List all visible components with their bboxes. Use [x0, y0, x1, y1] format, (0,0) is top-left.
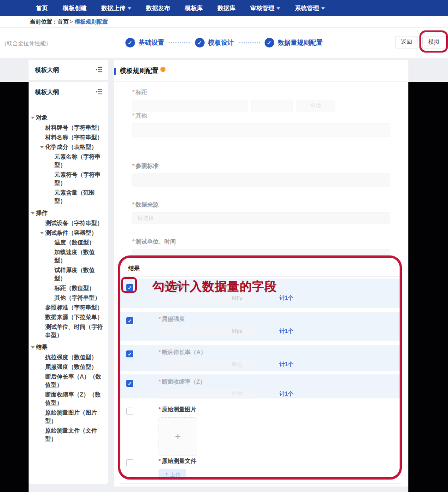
numeric-input[interactable]: MPa — [159, 293, 255, 303]
tree-node[interactable]: 参照标准（字符串型） — [29, 303, 106, 312]
required-asterisk: * — [132, 238, 135, 245]
tree-node[interactable]: 数据来源（下拉菜单） — [29, 313, 106, 321]
collapse-outline-icon[interactable] — [95, 89, 103, 95]
field-input-row: 请选择 — [132, 212, 390, 224]
tree-node[interactable]: 测试条件（容器型） — [29, 229, 106, 237]
tree-node[interactable]: 化学成分（表格型） — [29, 143, 106, 151]
tree-node[interactable]: 对象 — [29, 113, 106, 122]
breadcrumb-home[interactable]: 首页 — [58, 18, 69, 26]
tree-node[interactable]: 元素含量（范围型） — [29, 189, 106, 205]
tree-node[interactable]: 断后伸长率（A）（数值型） — [29, 373, 106, 389]
tree-node-label: 参照标准（字符串型） — [45, 304, 103, 311]
required-asterisk: * — [159, 316, 161, 322]
numeric-input[interactable]: Mpa — [159, 326, 255, 336]
form-field-其他: *其他 — [132, 112, 390, 137]
row-checkbox[interactable] — [126, 408, 133, 415]
nav-item-系统管理[interactable]: 系统管理 — [288, 0, 332, 16]
tree-node-label: 原始测量图片（图片型） — [45, 409, 97, 424]
tree-node[interactable]: 操作 — [29, 209, 106, 217]
breadcrumb: 当前位置： 首页 > 模板规则配置 — [0, 16, 448, 28]
tree-node[interactable]: 屈服强度（数值型） — [29, 363, 106, 371]
text-input[interactable] — [132, 123, 390, 137]
count-link[interactable]: 计1个 — [279, 327, 294, 335]
result-rows: ✓*抗拉强度MPa计1个✓*屈服强度Mpa计1个✓*断后伸长率（A）单位计1个✓… — [120, 279, 401, 477]
outline-panel-title: 模板大纲 — [35, 88, 59, 96]
step-check-icon: ✓ — [265, 38, 274, 47]
breadcrumb-current[interactable]: 模板规则配置 — [75, 18, 108, 26]
tree-node[interactable]: 材料牌号（字符串型） — [29, 124, 106, 132]
stepper: ✓基础设置✓模板设计✓数据量规则配置 — [0, 28, 448, 58]
numeric-input[interactable]: 单位 — [159, 389, 255, 399]
text-input[interactable] — [132, 173, 390, 187]
tree-node[interactable]: 标距（数值型） — [29, 284, 106, 292]
tree-node[interactable]: 加载速度（数值型） — [29, 248, 106, 265]
row-checkbox[interactable] — [126, 459, 133, 466]
right-black-margin — [408, 82, 448, 492]
tree-node-label: 化学成分（表格型） — [45, 144, 97, 150]
caret-down-icon[interactable] — [31, 346, 35, 349]
tree-node-label: 操作 — [36, 210, 47, 216]
row-checkbox[interactable]: ✓ — [126, 380, 133, 387]
tree-node[interactable]: 抗拉强度（数值型） — [29, 353, 106, 362]
row-label-text: 抗拉强度 — [162, 283, 185, 289]
required-asterisk: * — [159, 458, 161, 464]
field-input-row — [132, 173, 390, 187]
nav-item-数据库[interactable]: 数据库 — [210, 0, 243, 16]
image-upload-box plus-icon[interactable]: + — [159, 417, 197, 456]
count-link[interactable]: 计1个 — [279, 390, 294, 398]
row-label: *原始测量图片 — [159, 406, 401, 414]
tree-node[interactable]: 结果 — [29, 343, 106, 351]
tree-node[interactable]: 温度（数值型） — [29, 238, 106, 247]
result-section: 结果 ✓*抗拉强度MPa计1个✓*屈服强度Mpa计1个✓*断后伸长率（A）单位计… — [120, 258, 401, 475]
tree-node[interactable]: 断面收缩率（Z）（数值型） — [29, 391, 106, 407]
simulate-button[interactable]: 模拟 — [422, 36, 445, 48]
chevron-down-icon — [277, 7, 280, 10]
tree-node[interactable]: 元素名称（字符串型） — [29, 153, 106, 169]
range-input[interactable] — [132, 100, 248, 112]
row-checkbox[interactable]: ✓ — [126, 317, 133, 324]
result-row: ✓*断后伸长率（A）单位计1个 — [120, 345, 401, 371]
tree-node-label: 其他（字符串型） — [54, 295, 100, 301]
step-label: 基础设置 — [139, 39, 165, 47]
nav-item-模板创建[interactable]: 模板创建 — [55, 0, 94, 16]
step-connector — [169, 42, 190, 43]
caret-down-icon[interactable] — [31, 212, 35, 214]
count-link[interactable]: 计1个 — [279, 361, 294, 368]
tree-node[interactable]: 其他（字符串型） — [29, 294, 106, 302]
tree-node[interactable]: 原始测量图片（图片型） — [29, 409, 106, 425]
nav-item-审核管理[interactable]: 审核管理 — [243, 0, 288, 16]
unit-select[interactable]: 单位 — [296, 100, 335, 112]
file-upload-button[interactable]: ↥ 上传 — [159, 469, 186, 480]
back-button[interactable]: 返回 — [395, 36, 418, 48]
tree-node[interactable]: 原始测量文件（文件型） — [29, 427, 106, 443]
count-link[interactable]: 计1个 — [279, 294, 294, 302]
tree-node[interactable]: 试样厚度（数值型） — [29, 266, 106, 283]
left-black-margin — [0, 82, 29, 492]
tree-node[interactable]: 元素符号（字符串型） — [29, 171, 106, 187]
nav-item-首页[interactable]: 首页 — [29, 0, 55, 16]
caret-down-icon[interactable] — [40, 146, 44, 148]
nav-item-数据发布[interactable]: 数据发布 — [139, 0, 177, 16]
required-asterisk: * — [159, 406, 161, 413]
step-label: 数据量规则配置 — [278, 39, 323, 47]
tree-node-label: 结果 — [36, 344, 47, 350]
row-checkbox[interactable]: ✓ — [126, 350, 133, 357]
tree-node[interactable]: 材料名称（字符串型） — [29, 133, 106, 142]
tree-node-label: 断面收缩率（Z）（数值型） — [45, 391, 100, 406]
tree-node[interactable]: 测试单位、时间（字符串型） — [29, 323, 106, 339]
nav-item-模板库[interactable]: 模板库 — [177, 0, 210, 16]
tree-node[interactable]: 测试设备（字符串型） — [29, 219, 106, 227]
numeric-input[interactable]: 单位 — [159, 359, 255, 369]
field-label: *测试单位、时间 — [132, 238, 390, 246]
field-input-row: 单位 — [132, 100, 390, 112]
collapse-outline-icon[interactable] — [95, 66, 103, 73]
caret-down-icon[interactable] — [40, 232, 44, 234]
row-content: *原始测量图片+ — [159, 402, 401, 456]
select-input[interactable]: 请选择 — [132, 212, 390, 224]
row-checkbox[interactable]: ✓ — [126, 284, 133, 291]
caret-down-icon[interactable] — [31, 117, 35, 119]
range-input[interactable] — [251, 100, 293, 112]
nav-item-数据上传[interactable]: 数据上传 — [94, 0, 139, 16]
tree-node-label: 屈服强度（数值型） — [45, 364, 97, 370]
row-label: *原始测量文件 — [159, 457, 401, 465]
